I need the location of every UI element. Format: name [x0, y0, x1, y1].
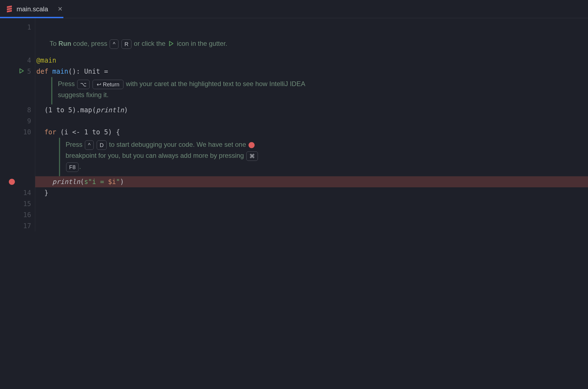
editor-gutter[interactable]: 1 4 5 8 9 10 14 15 16 17: [0, 18, 35, 231]
hint-run: To Run code, press ^ R or click the icon…: [35, 33, 588, 55]
line-number: 14: [20, 187, 31, 198]
hint-text: code, press: [71, 40, 109, 47]
code-line[interactable]: for (i <- 1 to 5) {: [35, 127, 588, 138]
code-text: <-: [68, 127, 84, 138]
hint-text: .: [79, 163, 81, 170]
keyword: def: [36, 66, 52, 77]
code-line[interactable]: @main: [35, 55, 588, 66]
indent: [36, 176, 52, 187]
string: i =: [92, 176, 108, 187]
variable: i: [64, 127, 68, 138]
hint-text: Press: [58, 80, 77, 87]
kbd-r: R: [122, 39, 131, 49]
kbd-ctrl: ^: [85, 140, 94, 150]
code-text: ():: [68, 66, 84, 77]
code-text: =: [100, 66, 108, 77]
tab-filename: main.scala: [17, 5, 48, 13]
code-text: ): [124, 105, 128, 116]
kbd-f8: F8: [66, 162, 79, 172]
code-line[interactable]: def main(): Unit =: [35, 66, 588, 77]
code-line[interactable]: }: [35, 187, 588, 198]
hint-text: breakpoint for you, but you can always a…: [66, 152, 246, 159]
line-number: 4: [20, 55, 31, 66]
type-name: Unit: [84, 66, 100, 77]
string-interpolation: $i: [108, 176, 116, 187]
kbd-cmd: ⌘: [246, 151, 258, 161]
function-call: println: [96, 105, 124, 116]
keyword: for: [36, 127, 60, 138]
line-number: 16: [20, 209, 31, 220]
line-number: 15: [20, 198, 31, 209]
string: ": [88, 176, 92, 187]
kbd-d: D: [97, 140, 107, 150]
number: 1: [48, 105, 52, 116]
code-text: }: [36, 187, 48, 198]
code-line-breakpoint[interactable]: println(s"i = $i"): [35, 176, 588, 187]
hint-bold: Run: [58, 40, 71, 47]
code-text: ): [120, 176, 124, 187]
code-editor[interactable]: 1 4 5 8 9 10 14 15 16 17 To Run code, pr…: [0, 18, 588, 231]
editor-content[interactable]: To Run code, press ^ R or click the icon…: [35, 18, 588, 231]
breakpoint-icon[interactable]: [9, 179, 15, 185]
breakpoint-dot-icon: [249, 142, 255, 148]
play-icon: [168, 39, 174, 50]
kbd-return: ↩ Return: [93, 80, 124, 89]
code-text: ) {: [108, 127, 120, 138]
number: 5: [104, 127, 108, 138]
code-line[interactable]: (1 to 5).map(println): [35, 105, 588, 116]
code-text: (: [80, 176, 84, 187]
hint-text: icon in the gutter.: [175, 40, 227, 47]
string: ": [116, 176, 120, 187]
line-number: 10: [20, 127, 31, 138]
editor-tab[interactable]: main.scala ✕: [0, 0, 69, 18]
hint-text: To: [50, 40, 58, 47]
hint-text: Press: [66, 141, 84, 148]
code-text: (: [60, 127, 64, 138]
kbd-ctrl: ^: [110, 39, 118, 49]
annotation: @main: [36, 55, 56, 66]
hint-text: or click the: [132, 40, 167, 47]
number: 5: [68, 105, 72, 116]
line-number: 8: [20, 105, 31, 116]
close-tab-icon[interactable]: ✕: [58, 6, 63, 13]
number: 1: [84, 127, 88, 138]
run-gutter-icon[interactable]: [19, 66, 24, 77]
line-number: 1: [20, 22, 31, 33]
line-number: 17: [20, 220, 31, 231]
code-text: to: [52, 105, 68, 116]
code-text: ).map(: [72, 105, 96, 116]
kbd-option: ⌥: [77, 80, 90, 89]
code-text: (: [36, 105, 48, 116]
function-name: main: [52, 66, 68, 77]
code-text: to: [88, 127, 104, 138]
scala-file-icon: [6, 6, 13, 13]
string-prefix: s: [84, 176, 88, 187]
hint-debug: Press ^ D to start debugging your code. …: [35, 138, 588, 176]
line-number: 9: [20, 116, 31, 127]
hint-text: to start debugging your code. We have se…: [107, 141, 248, 148]
tab-bar: main.scala ✕: [0, 0, 588, 18]
function-call: println: [52, 176, 80, 187]
hint-fix: Press ⌥ ↩ Return with your caret at the …: [35, 77, 588, 105]
